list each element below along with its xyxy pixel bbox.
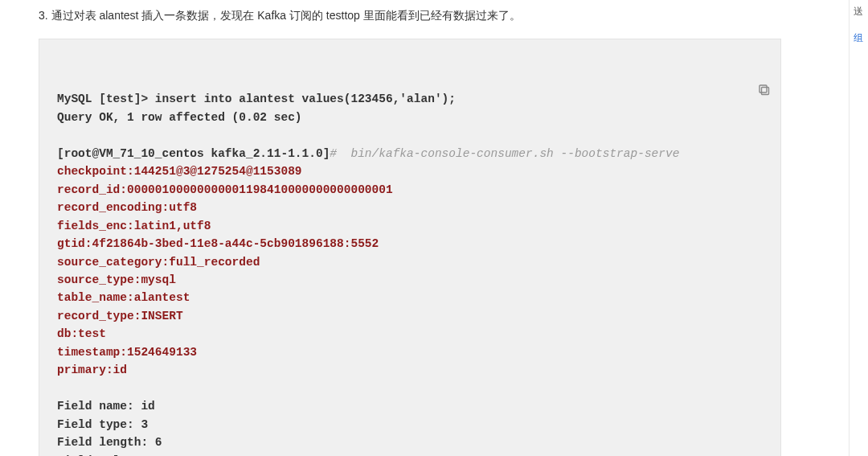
code-line: fields_enc:latin1,utf8 xyxy=(57,220,211,232)
code-line: MySQL [test]> insert into alantest value… xyxy=(57,92,456,105)
sidebar-item-1[interactable]: 送 xyxy=(854,5,863,18)
code-line: primary:id xyxy=(57,364,127,376)
code-prompt: [root@VM_71_10_centos kafka_2.11-1.1.0] xyxy=(57,147,330,160)
code-command: # bin/kafka-console-consumer.sh --bootst… xyxy=(330,147,679,160)
svg-rect-0 xyxy=(762,88,769,95)
code-line: source_category:full_recorded xyxy=(57,256,260,269)
code-line: table_name:alantest xyxy=(57,291,190,304)
code-line: Query OK, 1 row affected (0.02 sec) xyxy=(57,111,302,124)
content-column: 3. 通过对表 alantest 插入一条数据，发现在 Kafka 订阅的 te… xyxy=(0,6,805,456)
step-description: 3. 通过对表 alantest 插入一条数据，发现在 Kafka 订阅的 te… xyxy=(39,6,781,24)
code-line: source_type:mysql xyxy=(57,273,176,286)
right-sidebar: 送 组 xyxy=(849,0,866,456)
code-block: MySQL [test]> insert into alantest value… xyxy=(39,39,781,456)
code-line: db:test xyxy=(57,327,106,340)
copy-icon[interactable] xyxy=(758,47,771,60)
code-line: checkpoint:144251@3@1275254@1153089 xyxy=(57,165,302,178)
code-line: record_id:000001000000000011984100000000… xyxy=(57,183,393,196)
code-line: Field name: id xyxy=(57,400,155,413)
code-line: record_encoding:utf8 xyxy=(57,201,197,214)
code-line: record_type:INSERT xyxy=(57,310,183,322)
svg-rect-1 xyxy=(760,85,767,92)
sidebar-item-2[interactable]: 组 xyxy=(854,31,863,45)
code-line: Field length: 6 xyxy=(57,436,162,449)
code-line: timestamp:1524649133 xyxy=(57,346,197,359)
code-line: gtid:4f21864b-3bed-11e8-a44c-5cb90189618… xyxy=(57,237,379,250)
code-line: [root@VM_71_10_centos kafka_2.11-1.1.0]#… xyxy=(57,147,679,160)
page: 3. 通过对表 alantest 插入一条数据，发现在 Kafka 订阅的 te… xyxy=(0,0,868,456)
code-line: Field type: 3 xyxy=(57,418,148,431)
